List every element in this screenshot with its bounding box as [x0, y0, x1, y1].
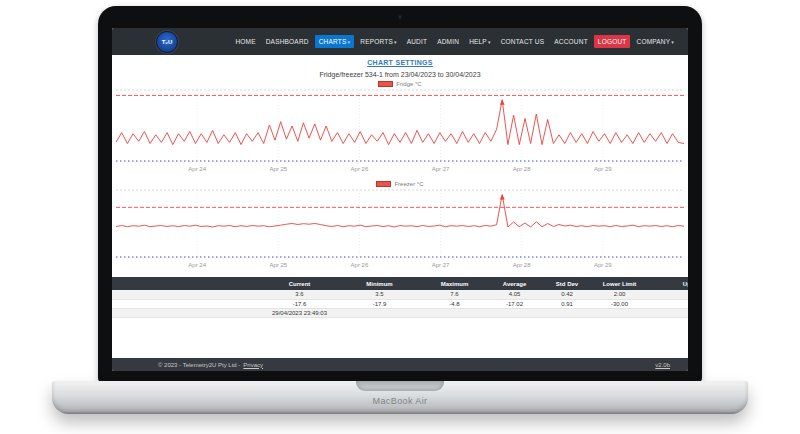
column-header	[112, 277, 262, 290]
nav-item-label: REPORTS	[360, 38, 393, 45]
x-tick-label: Apr 27	[432, 262, 450, 268]
table-cell: -17.02	[487, 299, 542, 308]
nav-item-label: HELP	[469, 38, 487, 45]
table-cell	[542, 308, 592, 317]
page-title: Fridge/freezer 534-1 from 23/04/2023 to …	[112, 71, 688, 78]
table-cell: 3.6	[262, 290, 337, 299]
nav-item-label: DASHBOARD	[266, 38, 309, 45]
table-cell: 2.00	[592, 290, 647, 299]
table-cell	[112, 308, 262, 317]
table-cell	[592, 308, 647, 317]
table-cell	[487, 308, 542, 317]
legend-label: Freezer °C	[394, 181, 423, 187]
x-tick-label: Apr 27	[432, 166, 450, 172]
table-cell	[112, 299, 262, 308]
nav-item-label: ADMIN	[437, 38, 459, 45]
screen-content: T₂U HOMEDASHBOARDCHARTS▾REPORTS▾AUDITADM…	[112, 28, 688, 371]
column-header: Maximum	[422, 277, 487, 290]
series-line	[116, 195, 684, 228]
copyright-text: © 2023 - Telemetry2U Pty Ltd -	[158, 362, 240, 368]
table-cell: 0.42	[542, 290, 592, 299]
table-row: 3.63.57.64.050.422.00	[112, 290, 688, 299]
nav-item-label: CHARTS	[319, 38, 347, 45]
nav-item-admin[interactable]: ADMIN	[433, 35, 463, 48]
nav-item-label: COMPANY	[636, 38, 670, 45]
nav-item-label: ACCOUNT	[554, 38, 588, 45]
table-cell	[647, 290, 688, 299]
column-header: Average	[487, 277, 542, 290]
column-header: Current	[262, 277, 337, 290]
nav-item-help[interactable]: HELP▾	[465, 35, 495, 48]
chart-settings-link[interactable]: CHART SETTINGS	[112, 59, 688, 66]
legend-freezer: Freezer °C	[112, 181, 688, 187]
x-tick-label: Apr 24	[188, 166, 206, 172]
table-cell: -17.9	[337, 299, 422, 308]
table-cell	[337, 308, 422, 317]
caret-down-icon: ▾	[348, 39, 351, 45]
x-tick-label: Apr 24	[188, 262, 206, 268]
column-header: Minimum	[337, 277, 422, 290]
version-link[interactable]: v2.0b	[655, 362, 670, 368]
device-label: MacBook Air	[52, 396, 748, 406]
footer-copyright: © 2023 - Telemetry2U Pty Ltd - Privacy	[158, 362, 263, 368]
nav-item-account[interactable]: ACCOUNT	[550, 35, 592, 48]
nav-item-charts[interactable]: CHARTS▾	[315, 35, 355, 48]
nav-item-label: CONTACT US	[501, 38, 545, 45]
legend-swatch-icon	[378, 81, 393, 87]
table-cell	[647, 299, 688, 308]
series-line	[116, 100, 684, 145]
nav-item-company[interactable]: COMPANY▾	[632, 35, 678, 48]
x-tick-label: Apr 29	[594, 166, 612, 172]
nav-menu: HOMEDASHBOARDCHARTS▾REPORTS▾AUDITADMINHE…	[231, 35, 688, 48]
laptop-notch	[356, 381, 444, 391]
nav-item-home[interactable]: HOME	[231, 35, 259, 48]
legend-label: Fridge °C	[396, 81, 421, 87]
table-row: 29/04/2023 23:49:03	[112, 308, 688, 317]
nav-item-label: AUDIT	[407, 38, 428, 45]
table-cell: -17.6	[262, 299, 337, 308]
nav-item-contact-us[interactable]: CONTACT US	[497, 35, 549, 48]
table-header-row: CurrentMinimumMaximumAverageStd DevLower…	[112, 277, 688, 290]
caret-down-icon: ▾	[671, 39, 674, 45]
logo[interactable]: T₂U	[156, 31, 178, 53]
freezer-chart: Apr 24Apr 25Apr 26Apr 27Apr 28Apr 29	[116, 188, 684, 268]
privacy-link[interactable]: Privacy	[243, 362, 263, 368]
column-header: Lower Limit	[592, 277, 647, 290]
caret-down-icon: ▾	[488, 39, 491, 45]
legend-fridge: Fridge °C	[112, 81, 688, 87]
fridge-chart: Apr 24Apr 25Apr 26Apr 27Apr 28Apr 29	[116, 88, 684, 176]
nav-item-audit[interactable]: AUDIT	[403, 35, 432, 48]
table-cell	[422, 308, 487, 317]
legend-swatch-icon	[376, 181, 391, 187]
laptop-screen: T₂U HOMEDASHBOARDCHARTS▾REPORTS▾AUDITADM…	[98, 6, 702, 383]
table-cell: 29/04/2023 23:49:03	[262, 308, 337, 317]
x-tick-label: Apr 25	[269, 166, 287, 172]
table-cell	[112, 290, 262, 299]
table-cell: -4.8	[422, 299, 487, 308]
column-header: Upper Limit	[647, 277, 688, 290]
x-tick-label: Apr 28	[513, 262, 531, 268]
spike-arrow-icon	[500, 194, 505, 199]
nav-item-reports[interactable]: REPORTS▾	[356, 35, 400, 48]
table-cell: 3.5	[337, 290, 422, 299]
table-cell: 7.6	[422, 290, 487, 299]
table-cell	[647, 308, 688, 317]
x-tick-label: Apr 29	[594, 262, 612, 268]
table-cell: 4.05	[487, 290, 542, 299]
logo-text: T₂U	[162, 39, 173, 45]
laptop-base: MacBook Air	[52, 381, 748, 414]
x-tick-label: Apr 26	[351, 166, 369, 172]
nav-item-logout[interactable]: LOGOUT	[594, 35, 631, 48]
navbar: T₂U HOMEDASHBOARDCHARTS▾REPORTS▾AUDITADM…	[112, 28, 688, 55]
nav-item-label: HOME	[235, 38, 255, 45]
table-cell: -30.00	[592, 299, 647, 308]
table-row: -17.6-17.9-4.8-17.020.91-30.00	[112, 299, 688, 308]
x-tick-label: Apr 26	[351, 262, 369, 268]
main-area: CHART SETTINGS Fridge/freezer 534-1 from…	[112, 55, 688, 358]
laptop-mockup: T₂U HOMEDASHBOARDCHARTS▾REPORTS▾AUDITADM…	[0, 0, 800, 434]
stats-table: CurrentMinimumMaximumAverageStd DevLower…	[112, 277, 688, 318]
caret-down-icon: ▾	[394, 39, 397, 45]
nav-item-dashboard[interactable]: DASHBOARD	[262, 35, 313, 48]
column-header: Std Dev	[542, 277, 592, 290]
x-tick-label: Apr 25	[269, 262, 287, 268]
